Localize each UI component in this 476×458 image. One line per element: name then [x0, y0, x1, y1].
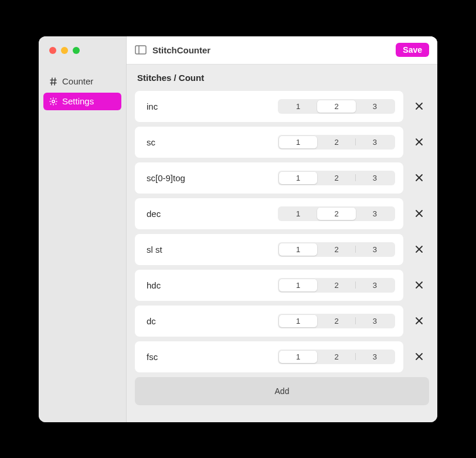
count-segmented-control[interactable]: 123 — [278, 99, 395, 114]
stitch-row: sc[0-9]tog123 — [135, 162, 429, 194]
svg-point-4 — [52, 100, 55, 102]
segment-option[interactable]: 2 — [317, 315, 355, 327]
count-segmented-control[interactable]: 123 — [278, 206, 395, 221]
save-button[interactable]: Save — [396, 43, 429, 57]
segment-option[interactable]: 2 — [317, 208, 355, 220]
delete-button[interactable] — [409, 311, 429, 331]
main-pane: StitchCounter Save Stitches / Count inc1… — [126, 36, 437, 422]
maximize-window-button[interactable] — [73, 47, 80, 54]
delete-button[interactable] — [409, 347, 429, 367]
close-icon — [414, 173, 424, 182]
close-icon — [414, 352, 424, 361]
stitch-name: inc — [147, 101, 158, 111]
segment-option[interactable]: 1 — [279, 243, 317, 256]
stitch-row: fsc123 — [135, 341, 429, 372]
stitch-card: hdc123 — [135, 270, 403, 301]
stitch-name: hdc — [147, 280, 161, 290]
segment-option[interactable]: 3 — [356, 351, 394, 363]
svg-rect-5 — [135, 46, 146, 54]
add-button[interactable]: Add — [135, 377, 429, 405]
sidebar-toggle-icon[interactable] — [135, 45, 147, 55]
section-title: Stitches / Count — [135, 73, 429, 83]
segment-option[interactable]: 3 — [356, 172, 394, 184]
stitch-name: fsc — [147, 352, 158, 362]
count-segmented-control[interactable]: 123 — [278, 350, 395, 364]
segment-option[interactable]: 2 — [317, 100, 355, 113]
segment-option[interactable]: 1 — [279, 136, 317, 148]
segment-option[interactable]: 1 — [279, 172, 317, 184]
close-icon — [414, 280, 424, 290]
stitch-card: sl st123 — [135, 234, 403, 265]
stitch-row: dec123 — [135, 198, 429, 229]
stitch-card: fsc123 — [135, 341, 403, 372]
stitch-row: hdc123 — [135, 270, 429, 301]
delete-button[interactable] — [409, 239, 429, 259]
close-icon — [414, 316, 424, 325]
hash-icon — [48, 76, 59, 87]
delete-button[interactable] — [409, 132, 429, 152]
segment-option[interactable]: 2 — [317, 351, 355, 363]
app-window: CounterSettings StitchCounter Save Stitc… — [39, 36, 437, 422]
segment-option[interactable]: 3 — [356, 100, 394, 113]
delete-button[interactable] — [409, 168, 429, 188]
stitch-name: dec — [147, 209, 161, 219]
segment-option[interactable]: 3 — [356, 315, 394, 327]
segment-option[interactable]: 3 — [356, 208, 394, 220]
close-icon — [414, 209, 424, 218]
segment-option[interactable]: 2 — [317, 172, 355, 184]
svg-line-3 — [55, 78, 55, 85]
sidebar-item-label: Counter — [62, 76, 93, 86]
segment-option[interactable]: 1 — [279, 279, 317, 291]
stitch-rows: inc123sc123sc[0-9]tog123dec123sl st123hd… — [135, 91, 429, 372]
svg-line-2 — [52, 78, 52, 85]
count-segmented-control[interactable]: 123 — [278, 314, 395, 328]
gear-icon — [48, 96, 59, 107]
stitch-card: sc[0-9]tog123 — [135, 162, 403, 194]
toolbar-left: StitchCounter — [135, 45, 210, 55]
segment-option[interactable]: 2 — [317, 136, 355, 148]
app-title: StitchCounter — [152, 45, 210, 55]
segment-option[interactable]: 1 — [279, 315, 317, 327]
count-segmented-control[interactable]: 123 — [278, 171, 395, 185]
stitch-card: inc123 — [135, 91, 403, 122]
segment-option[interactable]: 1 — [279, 100, 317, 113]
stitch-name: sc[0-9]tog — [147, 173, 185, 183]
toolbar: StitchCounter Save — [127, 36, 437, 65]
stitch-row: inc123 — [135, 91, 429, 122]
delete-button[interactable] — [409, 275, 429, 295]
minimize-window-button[interactable] — [61, 47, 68, 54]
delete-button[interactable] — [409, 96, 429, 116]
close-icon — [414, 245, 424, 254]
segment-option[interactable]: 3 — [356, 279, 394, 291]
sidebar-item-label: Settings — [62, 96, 94, 106]
sidebar-nav: CounterSettings — [39, 73, 126, 110]
stitch-card: dec123 — [135, 198, 403, 229]
stitch-card: dc123 — [135, 306, 403, 337]
count-segmented-control[interactable]: 123 — [278, 135, 395, 150]
segment-option[interactable]: 3 — [356, 136, 394, 148]
stitch-card: sc123 — [135, 127, 403, 158]
segment-option[interactable]: 1 — [279, 351, 317, 363]
stitch-row: sc123 — [135, 127, 429, 158]
segment-option[interactable]: 3 — [356, 243, 394, 256]
segment-option[interactable]: 1 — [279, 208, 317, 220]
sidebar-item-counter[interactable]: Counter — [43, 73, 121, 90]
window-controls — [39, 47, 126, 54]
count-segmented-control[interactable]: 123 — [278, 242, 395, 257]
count-segmented-control[interactable]: 123 — [278, 278, 395, 293]
stitch-name: sc — [147, 137, 155, 147]
close-window-button[interactable] — [49, 47, 56, 54]
close-icon — [414, 101, 424, 111]
segment-option[interactable]: 2 — [317, 279, 355, 291]
content: Stitches / Count inc123sc123sc[0-9]tog12… — [127, 65, 437, 422]
close-icon — [414, 137, 424, 147]
segment-option[interactable]: 2 — [317, 243, 355, 256]
delete-button[interactable] — [409, 203, 429, 223]
sidebar-item-settings[interactable]: Settings — [43, 93, 121, 110]
stitch-row: dc123 — [135, 306, 429, 337]
stitch-name: sl st — [147, 245, 162, 255]
stitch-name: dc — [147, 316, 156, 326]
stitch-row: sl st123 — [135, 234, 429, 265]
sidebar: CounterSettings — [39, 36, 126, 422]
